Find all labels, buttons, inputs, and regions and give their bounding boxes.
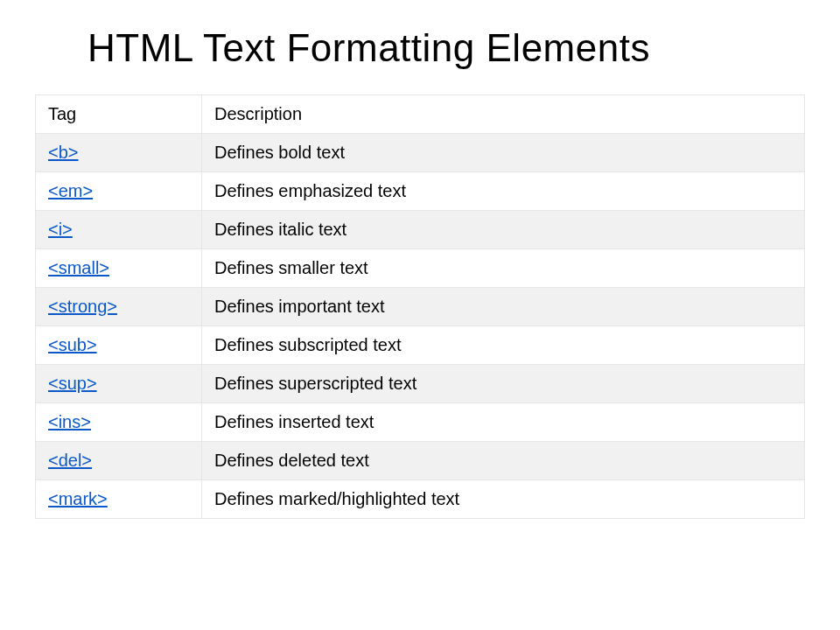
tag-cell: <mark>	[36, 480, 202, 519]
tag-cell: <del>	[36, 442, 202, 480]
table-row: <i>Defines italic text	[36, 211, 805, 249]
tag-link[interactable]: <small>	[48, 258, 109, 277]
slide: HTML Text Formatting Elements Tag Descri…	[0, 0, 840, 554]
elements-table-body: <b>Defines bold text<em>Defines emphasiz…	[36, 134, 805, 519]
tag-link[interactable]: <mark>	[48, 489, 108, 508]
tag-cell: <sup>	[36, 365, 202, 403]
tag-link[interactable]: <sup>	[48, 374, 97, 393]
tag-link[interactable]: <strong>	[48, 297, 117, 316]
description-cell: Defines important text	[202, 288, 805, 326]
description-cell: Defines subscripted text	[202, 326, 805, 365]
tag-link[interactable]: <ins>	[48, 412, 91, 431]
elements-table: Tag Description <b>Defines bold text<em>…	[35, 94, 805, 519]
tag-cell: <small>	[36, 249, 202, 288]
description-cell: Defines bold text	[202, 134, 805, 172]
tag-cell: <ins>	[36, 403, 202, 442]
tag-cell: <sub>	[36, 326, 202, 365]
description-cell: Defines emphasized text	[202, 172, 805, 211]
table-row: <mark>Defines marked/highlighted text	[36, 480, 805, 519]
tag-link[interactable]: <i>	[48, 220, 73, 239]
description-cell: Defines smaller text	[202, 249, 805, 288]
tag-link[interactable]: <b>	[48, 143, 78, 162]
tag-cell: <em>	[36, 172, 202, 211]
col-header-tag: Tag	[36, 95, 202, 134]
table-row: <del>Defines deleted text	[36, 442, 805, 480]
table-row: <b>Defines bold text	[36, 134, 805, 172]
table-row: <ins>Defines inserted text	[36, 403, 805, 442]
tag-cell: <strong>	[36, 288, 202, 326]
header-row: Tag Description	[36, 95, 805, 134]
table-row: <sup>Defines superscripted text	[36, 365, 805, 403]
table-row: <small>Defines smaller text	[36, 249, 805, 288]
col-header-description: Description	[202, 95, 805, 134]
table-row: <strong>Defines important text	[36, 288, 805, 326]
description-cell: Defines italic text	[202, 211, 805, 249]
tag-cell: <b>	[36, 134, 202, 172]
tag-link[interactable]: <sub>	[48, 335, 97, 354]
table-row: <sub>Defines subscripted text	[36, 326, 805, 365]
table-row: <em>Defines emphasized text	[36, 172, 805, 211]
tag-link[interactable]: <em>	[48, 181, 93, 200]
description-cell: Defines superscripted text	[202, 365, 805, 403]
page-title: HTML Text Formatting Elements	[88, 26, 805, 70]
tag-cell: <i>	[36, 211, 202, 249]
description-cell: Defines inserted text	[202, 403, 805, 442]
description-cell: Defines marked/highlighted text	[202, 480, 805, 519]
description-cell: Defines deleted text	[202, 442, 805, 480]
tag-link[interactable]: <del>	[48, 451, 92, 470]
